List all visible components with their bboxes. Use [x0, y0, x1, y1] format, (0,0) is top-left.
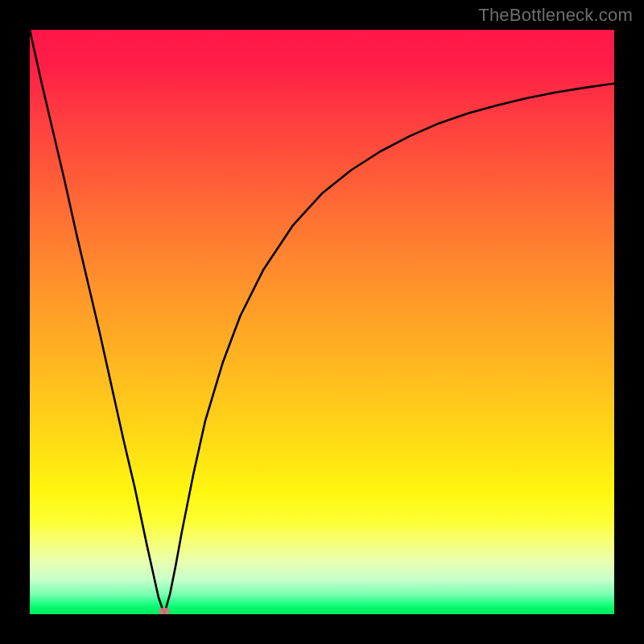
notch-marker: [159, 608, 170, 614]
bottleneck-curve: [30, 30, 614, 614]
plot-area: [30, 30, 614, 614]
watermark-text: TheBottleneck.com: [478, 5, 633, 26]
chart-frame: TheBottleneck.com: [0, 0, 644, 644]
curve-svg: [30, 30, 614, 614]
